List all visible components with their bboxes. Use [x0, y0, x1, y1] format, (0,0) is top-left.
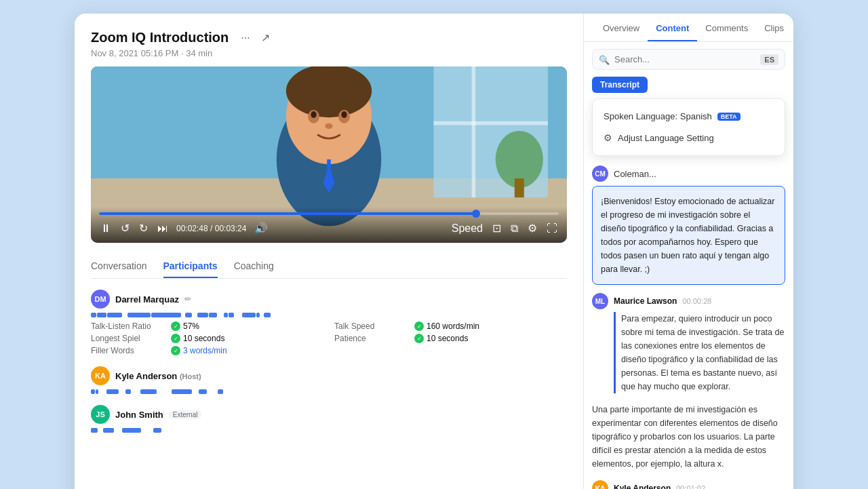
video-player: ⏸ ↺ ↻ ⏭ 00:02:48 / 00:03:24 🔊 Speed ⊡ ⧉ …: [91, 66, 567, 243]
progress-bar[interactable]: [99, 212, 559, 215]
svg-point-13: [341, 111, 347, 118]
tab-comments[interactable]: Comments: [697, 14, 756, 41]
timeline-segment: [153, 428, 161, 433]
timeline-segment: [229, 313, 234, 317]
stat-label: Longest Spiel: [91, 334, 165, 343]
timeline-segment: [122, 428, 141, 433]
pip-button[interactable]: ⧉: [509, 221, 519, 236]
stat-number: 160 words/min: [427, 321, 479, 331]
language-badge[interactable]: ES: [760, 54, 778, 65]
stat-row: Longest Spiel ✓ 10 seconds: [91, 334, 323, 343]
play-pause-button[interactable]: ⏸: [99, 221, 113, 236]
avatar: ML: [592, 293, 608, 309]
check-icon: ✓: [171, 321, 180, 331]
host-badge: (Host): [180, 372, 201, 380]
tab-coaching[interactable]: Coaching: [234, 254, 274, 278]
right-tabs: Overview Content Comments Clips: [584, 14, 793, 42]
stat-number: 10 seconds: [427, 334, 468, 343]
stat-value: ✓ 10 seconds: [414, 334, 468, 343]
dropdown-overlay: Spoken Language: Spanish BETA ⚙ Adjust L…: [592, 98, 785, 156]
stats-grid: Talk-Listen Ratio ✓ 57% Talk Speed ✓ 160…: [91, 321, 567, 355]
stat-row: Talk Speed ✓ 160 words/min: [334, 321, 567, 331]
search-input[interactable]: [592, 49, 785, 70]
speed-button[interactable]: Speed: [450, 221, 484, 236]
tab-conversation[interactable]: Conversation: [91, 254, 147, 278]
tab-content[interactable]: Content: [648, 14, 697, 41]
timeline-segment: [199, 389, 207, 394]
transcript-entry: Una parte importante de mi investigación…: [592, 403, 785, 471]
participant-name: Darrel Marquaz: [115, 294, 179, 305]
left-panel: Zoom IQ Introduction ··· ↗ Nov 8, 2021 0…: [75, 14, 583, 489]
transcript-speaker-row: KA Kyle Anderson 00:01:02: [592, 480, 785, 489]
timeline-gap: [260, 313, 263, 317]
dropdown-item-adjust[interactable]: ⚙ Adjust Language Setting: [593, 127, 785, 149]
transcript-text: Una parte importante de mi investigación…: [592, 403, 785, 471]
timeline-gap: [157, 389, 171, 394]
skip-button[interactable]: ⏭: [156, 221, 170, 236]
stat-value: ✓ 160 words/min: [414, 321, 479, 331]
external-badge: External: [169, 410, 202, 419]
stat-value: ✓ 3 words/min: [171, 346, 227, 355]
subtitle: Nov 8, 2021 05:16 PM · 34 min: [91, 48, 567, 58]
transcript-highlighted: ¡Bienvenidos! Estoy emocionado de actual…: [592, 186, 785, 285]
svg-point-12: [311, 111, 316, 118]
volume-button[interactable]: 🔊: [253, 220, 269, 236]
avatar: CM: [592, 165, 608, 182]
forward-button[interactable]: ↻: [138, 220, 149, 236]
timeline-segment: [140, 389, 157, 394]
timeline-gap: [235, 313, 241, 317]
avatar: JS: [91, 405, 110, 424]
svg-point-14: [325, 123, 332, 129]
settings-button[interactable]: ⚙: [526, 220, 538, 236]
gear-icon: ⚙: [604, 132, 612, 143]
stat-value: ✓ 10 seconds: [171, 334, 224, 343]
timeline-segment: [107, 313, 122, 317]
avatar: DM: [91, 290, 110, 309]
spoken-language-label: Spoken Language: Spanish: [604, 111, 712, 121]
timeline-gap: [99, 389, 106, 394]
timeline-segment: [151, 313, 181, 317]
participant-row: KA Kyle Anderson (Host): [91, 366, 567, 394]
timeline-segment: [242, 313, 256, 317]
speaker-time: 00:00:28: [682, 297, 711, 305]
stat-number: 57%: [183, 321, 199, 331]
timeline-bar: [91, 389, 567, 394]
total-time: 00:03:24: [215, 224, 247, 233]
timeline-gap: [218, 313, 223, 317]
participant-name: Kyle Anderson (Host): [115, 371, 201, 381]
title-actions: ··· ↗: [238, 30, 272, 45]
timeline-segment: [103, 428, 114, 433]
timeline-gap: [132, 389, 140, 394]
participant-header: KA Kyle Anderson (Host): [91, 366, 567, 385]
stat-row: Patience ✓ 10 seconds: [334, 334, 567, 343]
timeline-segment: [224, 313, 228, 317]
page-title: Zoom IQ Introduction: [91, 30, 229, 45]
search-icon: 🔍: [599, 54, 610, 64]
more-options-button[interactable]: ···: [238, 31, 252, 45]
timeline-segment: [256, 313, 260, 317]
fullscreen-button[interactable]: ⛶: [545, 221, 559, 236]
stat-label: Filler Words: [91, 346, 165, 355]
right-panel: Overview Content Comments Clips 🔍 ES Tra…: [583, 14, 793, 489]
timeline-segment: [97, 313, 106, 317]
timeline-segment: [127, 313, 151, 317]
tab-clips[interactable]: Clips: [756, 14, 792, 41]
participant-row: DM Darrel Marquaz ✏: [91, 290, 567, 355]
check-icon: ✓: [171, 346, 180, 355]
transcript-button[interactable]: Transcript: [592, 77, 648, 93]
svg-rect-16: [327, 159, 331, 169]
time-display: 00:02:48 / 00:03:24: [176, 224, 246, 233]
timeline-segment: [172, 389, 192, 394]
captions-button[interactable]: ⊡: [491, 220, 502, 236]
rewind-button[interactable]: ↺: [119, 220, 131, 236]
timeline-segment: [209, 313, 217, 317]
participants-section: DM Darrel Marquaz ✏: [91, 279, 567, 444]
svg-rect-4: [433, 121, 547, 125]
tab-overview[interactable]: Overview: [595, 14, 648, 41]
share-button[interactable]: ↗: [258, 30, 273, 45]
timeline-segment: [185, 313, 192, 317]
speaker-name: Kyle Anderson: [614, 484, 671, 489]
participant-header: JS John Smith External: [91, 405, 567, 424]
tab-participants[interactable]: Participants: [163, 254, 218, 278]
edit-icon[interactable]: ✏: [184, 294, 191, 304]
